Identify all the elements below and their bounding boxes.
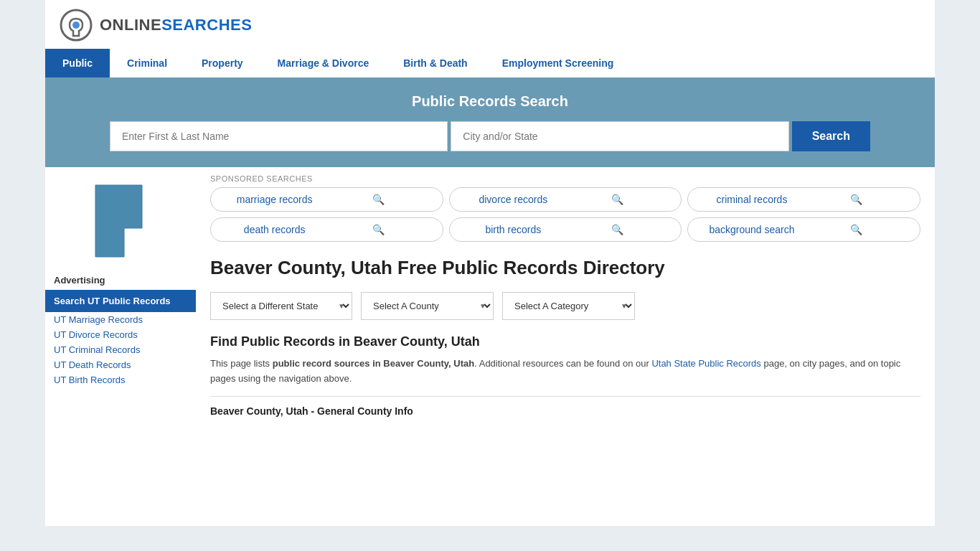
search-icon-0: 🔍	[326, 194, 430, 205]
find-desc-bold: public record sources in Beaver County, …	[273, 358, 475, 369]
county-dropdown-wrapper: Select A County	[361, 292, 494, 320]
search-form: Search	[110, 121, 870, 151]
search-banner-title: Public Records Search	[60, 93, 920, 110]
logo-text: ONLINESEARCHES	[100, 16, 252, 34]
find-desc-part2: . Additional resources can be found on o…	[474, 358, 651, 369]
sponsored-background-label: background search	[699, 224, 804, 235]
sidebar-active-item[interactable]: Search UT Public Records	[45, 290, 196, 312]
sidebar-link-criminal[interactable]: UT Criminal Records	[45, 342, 196, 357]
sponsored-criminal-label: criminal records	[699, 194, 804, 205]
utah-map-shape	[88, 182, 153, 260]
sponsored-background[interactable]: background search 🔍	[687, 217, 920, 242]
category-dropdown[interactable]: Select A Category	[502, 292, 635, 320]
main-nav: Public Criminal Property Marriage & Divo…	[45, 49, 935, 77]
sponsored-criminal[interactable]: criminal records 🔍	[687, 187, 920, 212]
sidebar-link-birth[interactable]: UT Birth Records	[45, 372, 196, 387]
location-input[interactable]	[451, 121, 788, 151]
county-dropdown[interactable]: Select A County	[361, 292, 494, 320]
content-area: SPONSORED SEARCHES marriage records 🔍 di…	[196, 167, 935, 526]
state-dropdown-wrapper: Select a Different State	[210, 292, 352, 320]
category-dropdown-wrapper: Select A Category	[502, 292, 635, 320]
nav-item-birth-death[interactable]: Birth & Death	[386, 49, 484, 77]
nav-item-public[interactable]: Public	[45, 49, 110, 77]
find-title: Find Public Records in Beaver County, Ut…	[210, 334, 920, 349]
logo[interactable]: ONLINESEARCHES	[60, 9, 920, 49]
sponsored-marriage-label: marriage records	[222, 194, 326, 205]
section-divider	[210, 396, 920, 397]
find-desc-part1: This page lists	[210, 358, 273, 369]
svg-point-1	[72, 22, 80, 29]
find-link[interactable]: Utah State Public Records	[651, 358, 760, 369]
search-banner: Public Records Search Search	[45, 77, 935, 167]
search-icon-4: 🔍	[565, 224, 669, 235]
main-container: Advertising Search UT Public Records UT …	[45, 167, 935, 526]
sponsored-label: SPONSORED SEARCHES	[210, 167, 920, 187]
logo-icon	[60, 9, 93, 42]
nav-item-employment[interactable]: Employment Screening	[485, 49, 631, 77]
sponsored-divorce[interactable]: divorce records 🔍	[449, 187, 682, 212]
state-map	[45, 167, 196, 268]
search-icon-3: 🔍	[326, 224, 430, 235]
name-input[interactable]	[110, 121, 448, 151]
sidebar: Advertising Search UT Public Records UT …	[45, 167, 196, 526]
sponsored-grid: marriage records 🔍 divorce records 🔍 cri…	[210, 187, 920, 242]
search-icon-1: 🔍	[565, 194, 669, 205]
sponsored-birth[interactable]: birth records 🔍	[449, 217, 682, 242]
sidebar-link-divorce[interactable]: UT Divorce Records	[45, 327, 196, 342]
find-description: This page lists public record sources in…	[210, 357, 920, 387]
nav-item-property[interactable]: Property	[184, 49, 260, 77]
sponsored-divorce-label: divorce records	[461, 194, 565, 205]
sponsored-death[interactable]: death records 🔍	[210, 217, 443, 242]
search-icon-2: 🔍	[804, 194, 908, 205]
state-dropdown[interactable]: Select a Different State	[210, 292, 352, 320]
sponsored-birth-label: birth records	[461, 224, 565, 235]
nav-item-criminal[interactable]: Criminal	[110, 49, 184, 77]
search-button[interactable]: Search	[792, 121, 870, 151]
advertising-label: Advertising	[45, 268, 196, 290]
sidebar-link-death[interactable]: UT Death Records	[45, 357, 196, 372]
county-info-title: Beaver County, Utah - General County Inf…	[210, 405, 920, 417]
sponsored-death-label: death records	[222, 224, 326, 235]
svg-marker-2	[95, 185, 142, 257]
search-icon-5: 🔍	[804, 224, 908, 235]
sidebar-link-marriage[interactable]: UT Marriage Records	[45, 312, 196, 327]
nav-item-marriage-divorce[interactable]: Marriage & Divorce	[260, 49, 387, 77]
sponsored-marriage[interactable]: marriage records 🔍	[210, 187, 443, 212]
dropdowns-row: Select a Different State Select A County…	[210, 292, 920, 320]
page-title: Beaver County, Utah Free Public Records …	[210, 256, 920, 281]
